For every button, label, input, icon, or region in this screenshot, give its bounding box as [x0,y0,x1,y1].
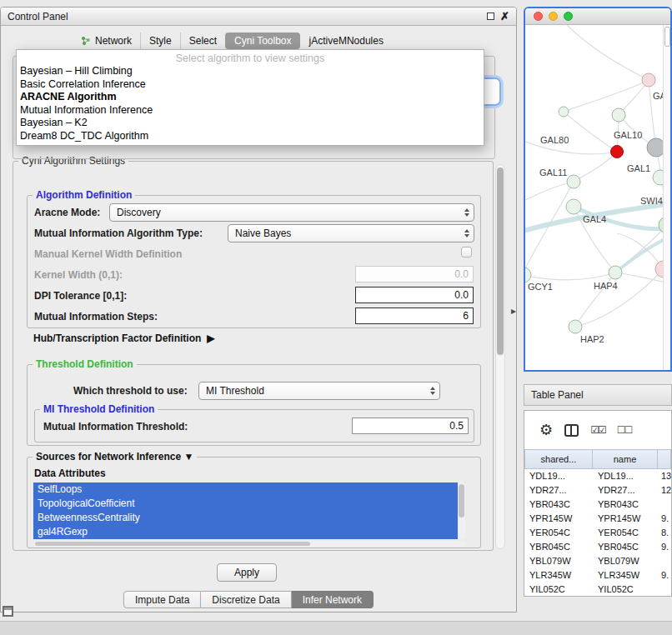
cell[interactable]: 9. [658,512,671,526]
threshold-definition-group: Threshold Definition Which threshold to … [27,364,481,446]
network-node[interactable] [566,199,581,214]
kernel-width-field[interactable]: 0.0 [355,266,474,282]
dropdown-option-aracne[interactable]: ARACNE Algorithm [17,91,484,104]
network-node[interactable] [559,107,569,117]
cell[interactable]: YLR345W [524,568,593,582]
node-label: HAP4 [594,281,618,291]
node-label: SWI4 [640,196,663,206]
column-header-extra[interactable] [658,449,671,469]
dropdown-option-mutual-information[interactable]: Mutual Information Inference [17,104,484,118]
cell[interactable]: YIL052C [524,582,593,597]
tab-discretize-data[interactable]: Discretize Data [201,591,291,608]
network-canvas[interactable]: GAL8 GAL80 GAL10 GAL11 GAL1 SWI4 GAL4 GC… [525,25,670,370]
settings-gear-icon[interactable]: ⚙ [539,421,553,439]
network-scrollbar[interactable] [663,25,670,370]
cell[interactable]: 12 [658,483,671,498]
expanded-arrow-icon[interactable]: ▼ [183,451,193,462]
cell[interactable]: YPR145W [593,512,658,526]
cell[interactable]: YBL079W [593,554,658,568]
attribute-item-gal4rgexp[interactable]: gal4RGexp [33,525,458,539]
cell[interactable]: YLR345W [593,568,658,582]
cell[interactable]: YER054C [593,526,658,540]
tab-impute-data[interactable]: Impute Data [123,591,201,608]
cell[interactable]: YIL052C [593,582,658,597]
cell[interactable]: 8. [658,526,671,540]
dpi-tolerance-field[interactable]: 0.0 [355,287,474,303]
tab-cyni-toolbox[interactable]: Cyni Toolbox [225,32,299,49]
settings-scrollbar[interactable] [495,164,505,549]
mi-type-combo[interactable]: Naive Bayes [228,224,474,242]
tab-select[interactable]: Select [180,32,225,49]
mi-threshold-field[interactable]: 0.5 [352,418,469,434]
cell[interactable]: YDR27... [524,483,593,498]
table-row[interactable]: YPR145WYPR145W9. [524,512,671,526]
column-header-shared-name[interactable]: shared... [524,449,593,469]
cell[interactable]: YDL19... [524,469,593,483]
attribute-item-topologicalcoefficient[interactable]: TopologicalCoefficient [33,497,458,511]
table-row[interactable]: YBR045CYBR045C9. [524,540,671,554]
table-row[interactable]: YBL079WYBL079W [524,554,671,568]
tab-jactivemodules[interactable]: jActiveMNodules [300,32,392,49]
dropdown-option-bayesian-hill-climbing[interactable]: Bayesian – Hill Climbing [17,65,484,78]
manual-kernel-checkbox[interactable] [461,247,472,258]
tab-network[interactable]: Network [73,32,140,49]
float-window-icon[interactable] [487,12,494,20]
cell[interactable] [658,498,671,512]
attributes-horizontal-scrollbar[interactable] [33,541,465,547]
table-row[interactable]: YLR345WYLR345W9. [524,568,671,582]
cell[interactable]: YBR045C [593,540,658,554]
cell[interactable]: YER054C [524,526,593,540]
cell[interactable]: YBL079W [524,554,593,568]
tab-infer-network[interactable]: Infer Network [292,591,374,608]
hub-definition-toggle[interactable]: Hub/Transcription Factor Definition ▶ [33,332,215,344]
select-all-icon[interactable]: ☑☑ [590,424,605,436]
table-row[interactable]: YIL052CYIL052C [524,582,671,597]
settings-scrollbar-thumb[interactable] [497,168,504,355]
cell[interactable]: YPR145W [524,512,593,526]
deselect-all-icon[interactable]: ☐☐ [617,424,632,436]
cell[interactable] [658,554,671,568]
column-visibility-icon[interactable] [564,424,579,437]
mi-steps-field[interactable]: 6 [355,308,474,324]
dropdown-option-bayesian-k2[interactable]: Bayesian – K2 [17,117,484,130]
splitter-collapse-icon[interactable]: ▸ [511,305,516,317]
mi-threshold-group-title: MI Threshold Definition [40,403,158,415]
attribute-item-selfloops[interactable]: SelfLoops [33,482,458,497]
cell[interactable]: 9. [658,568,671,582]
table-row[interactable]: YBR043CYBR043C [524,498,671,512]
cell[interactable]: YBR045C [524,540,593,554]
cell[interactable]: YDR27... [593,483,658,498]
network-node[interactable] [642,73,655,87]
zoom-traffic-light[interactable] [564,12,573,21]
table-row[interactable]: YDR27...YDR27...12 [524,483,671,498]
network-node[interactable] [612,108,625,122]
tab-style[interactable]: Style [140,32,180,49]
network-node[interactable] [609,266,622,279]
cyni-bottom-tabs: Impute Data Discretize Data Infer Networ… [123,591,374,608]
cell[interactable]: 9. [658,540,671,554]
network-node[interactable] [525,268,531,282]
cell[interactable]: 13 [658,469,671,483]
which-threshold-combo[interactable]: MI Threshold [198,382,440,400]
network-scrollbar-thumb[interactable] [664,27,670,47]
close-traffic-light[interactable] [534,12,543,21]
network-node[interactable] [567,175,580,188]
minimize-traffic-light[interactable] [549,12,558,21]
table-row[interactable]: YDL19...YDL19...13 [524,469,671,483]
cell[interactable]: YBR043C [524,498,593,512]
attributes-vertical-scrollbar[interactable] [458,482,465,539]
network-node-selected[interactable] [611,146,624,158]
attribute-item-betweennesscentrality[interactable]: BetweennessCentrality [33,511,458,525]
apply-button[interactable]: Apply [217,563,277,582]
aracne-mode-combo[interactable]: Discovery [109,203,474,222]
cell[interactable] [658,582,671,597]
network-node[interactable] [569,320,582,333]
dropdown-option-basic-correlation[interactable]: Basic Correlation Inference [17,78,484,92]
dropdown-option-dream8[interactable]: Dream8 DC_TDC Algorithm [17,130,484,143]
column-header-name[interactable]: name [593,449,658,469]
cell[interactable]: YDL19... [593,469,658,483]
panel-toggle-icon[interactable] [3,606,13,617]
table-row[interactable]: YER054CYER054C8. [524,526,671,540]
close-icon[interactable]: ✗ [500,12,509,21]
cell[interactable]: YBR043C [593,498,658,512]
